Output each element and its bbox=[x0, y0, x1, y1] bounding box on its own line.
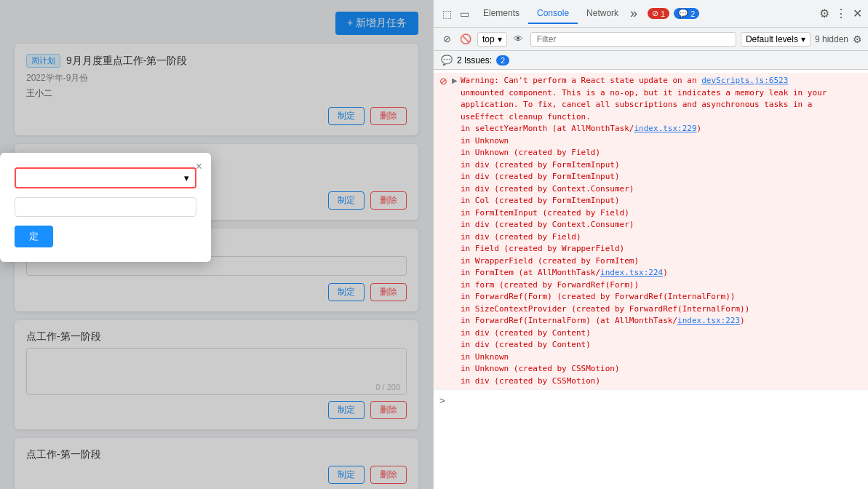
more-tabs-icon[interactable]: » bbox=[627, 6, 640, 21]
console-input-row: > bbox=[434, 393, 868, 408]
error-badge: ⊘ 1 bbox=[648, 8, 669, 19]
stack-line-11: in Field (created by WrapperField) bbox=[461, 244, 624, 253]
warning-text-1: Warning: Can't perform a React state upd… bbox=[461, 76, 701, 85]
error-count: 1 bbox=[661, 9, 665, 18]
modal-submit-button[interactable]: 定 bbox=[15, 226, 53, 247]
console-prompt: > bbox=[439, 395, 445, 406]
devtools-settings-icon[interactable]: ⚙ bbox=[819, 7, 829, 20]
device-icon[interactable]: ▭ bbox=[457, 7, 471, 21]
eye-button[interactable]: 👁 bbox=[511, 32, 526, 47]
issues-count: 2 bbox=[501, 56, 505, 65]
stack-line-4: in div (created by FormItemInput) bbox=[461, 160, 620, 170]
stack-line-6: in div (created by Context.Consumer) bbox=[461, 184, 634, 194]
stack-line-8: in FormItemInput (created by Field) bbox=[461, 208, 629, 218]
select-arrow-icon: ▾ bbox=[184, 172, 189, 183]
warn-count: 2 bbox=[690, 9, 695, 18]
stack-line-13: in FormItem (at AllMonthTask/index.tsx:2… bbox=[461, 268, 668, 277]
console-entry-warning: ⊘ ▶ Warning: Can't perform a React state… bbox=[434, 73, 868, 390]
stack-line-1: in selectYearMonth (at AllMonthTask/inde… bbox=[461, 124, 701, 133]
console-settings-icon[interactable]: ⚙ bbox=[853, 33, 862, 45]
devtools-more-vert-icon[interactable]: ⋮ bbox=[835, 7, 847, 20]
stack-link-1[interactable]: index.tsx:229 bbox=[634, 124, 696, 133]
stack-link-3[interactable]: index.tsx:223 bbox=[677, 316, 740, 325]
stack-link-2[interactable]: index.tsx:224 bbox=[600, 268, 663, 277]
stack-line-19: in div (created by Content) bbox=[461, 340, 591, 349]
issues-label: 2 Issues: bbox=[457, 55, 492, 65]
devtools-tabs: Elements Console Network » bbox=[474, 4, 640, 24]
warn-badge: 💬 2 bbox=[674, 8, 699, 19]
stack-line-7: in Col (created by FormItemInput) bbox=[461, 196, 620, 205]
hidden-count: 9 hidden bbox=[815, 34, 848, 44]
stack-line-20: in Unknown bbox=[461, 352, 509, 362]
console-toolbar: ⊘ 🚫 top ▾ 👁 Default levels ▾ 9 hidden ⚙ bbox=[434, 28, 868, 51]
console-content: ⊘ ▶ Warning: Can't perform a React state… bbox=[434, 70, 868, 489]
stack-line-15: in ForwardRef(Form) (created by ForwardR… bbox=[461, 292, 736, 301]
stack-line-10: in div (created by Field) bbox=[461, 232, 581, 242]
devtools-panel: ⬚ ▭ Elements Console Network » ⊘ 1 💬 2 ⚙… bbox=[433, 0, 868, 489]
default-levels-dropdown[interactable]: Default levels ▾ bbox=[741, 32, 811, 47]
context-arrow-icon: ▾ bbox=[498, 34, 502, 44]
modal-input-field bbox=[15, 197, 196, 217]
warn-icon: 💬 bbox=[678, 9, 688, 18]
filter-input[interactable] bbox=[530, 32, 736, 47]
stack-line-12: in WrapperField (created by FormItem) bbox=[461, 256, 639, 266]
modal-close-button[interactable]: × bbox=[196, 160, 202, 173]
issues-bar: 💬 2 Issues: 2 bbox=[434, 51, 868, 70]
stack-line-14: in form (created by ForwardRef(Form)) bbox=[461, 280, 639, 290]
issues-icon: 💬 bbox=[441, 55, 453, 65]
stack-line-3: in Unknown (created by Field) bbox=[461, 148, 600, 157]
modal-dialog: × ▾ 定 bbox=[0, 153, 211, 262]
left-panel: + 新增月任务 周计划 9月月度重点工作-第一阶段 2022学年-9月份 王小二… bbox=[0, 0, 433, 489]
issues-count-badge[interactable]: 2 bbox=[496, 55, 509, 65]
tab-network[interactable]: Network bbox=[578, 4, 627, 24]
devtools-topbar: ⬚ ▭ Elements Console Network » ⊘ 1 💬 2 ⚙… bbox=[434, 0, 868, 28]
stack-line-5: in div (created by FormItemInput) bbox=[461, 172, 620, 181]
stack-line-16: in SizeContextProvider (created by Forwa… bbox=[461, 304, 749, 314]
modal-select-dropdown[interactable]: ▾ bbox=[15, 167, 196, 188]
error-icon: ⊘ bbox=[652, 9, 658, 18]
expand-icon[interactable]: ▶ bbox=[452, 76, 458, 84]
cursor-icon[interactable]: ⬚ bbox=[439, 7, 454, 21]
default-levels-label: Default levels bbox=[746, 34, 798, 44]
clear-console-button[interactable]: ⊘ bbox=[439, 32, 454, 47]
tab-elements[interactable]: Elements bbox=[474, 4, 528, 24]
context-value: top bbox=[482, 34, 495, 44]
modal-text-input[interactable] bbox=[15, 197, 196, 217]
warning-text-2: unmounted component. This is a no-op, bu… bbox=[461, 88, 827, 122]
error-entry-icon: ⊘ bbox=[439, 76, 447, 87]
stack-line-18: in div (created by Content) bbox=[461, 328, 591, 338]
context-dropdown[interactable]: top ▾ bbox=[477, 32, 507, 47]
devtools-close-icon[interactable]: ✕ bbox=[853, 7, 862, 20]
modal-select-field: ▾ bbox=[15, 167, 196, 188]
modal-overlay: × ▾ 定 bbox=[0, 0, 433, 489]
stack-line-17: in ForwardRef(InternalForm) (at AllMonth… bbox=[461, 316, 745, 325]
stack-line-21: in Unknown (created by CSSMotion) bbox=[461, 364, 620, 373]
stack-line-22: in div (created by CSSMotion) bbox=[461, 376, 600, 386]
console-entry-text: Warning: Can't perform a React state upd… bbox=[461, 75, 862, 387]
modal-footer: 定 bbox=[15, 226, 196, 247]
prohibit-button[interactable]: 🚫 bbox=[458, 32, 473, 47]
tab-console[interactable]: Console bbox=[528, 4, 578, 24]
devtools-badges: ⊘ 1 💬 2 bbox=[648, 8, 699, 19]
stack-line-2: in Unknown bbox=[461, 136, 509, 146]
stack-line-9: in div (created by Context.Consumer) bbox=[461, 220, 634, 229]
default-levels-arrow-icon: ▾ bbox=[801, 34, 805, 44]
source-link-1[interactable]: devScripts.js:6523 bbox=[701, 76, 788, 85]
console-input[interactable] bbox=[450, 395, 862, 405]
